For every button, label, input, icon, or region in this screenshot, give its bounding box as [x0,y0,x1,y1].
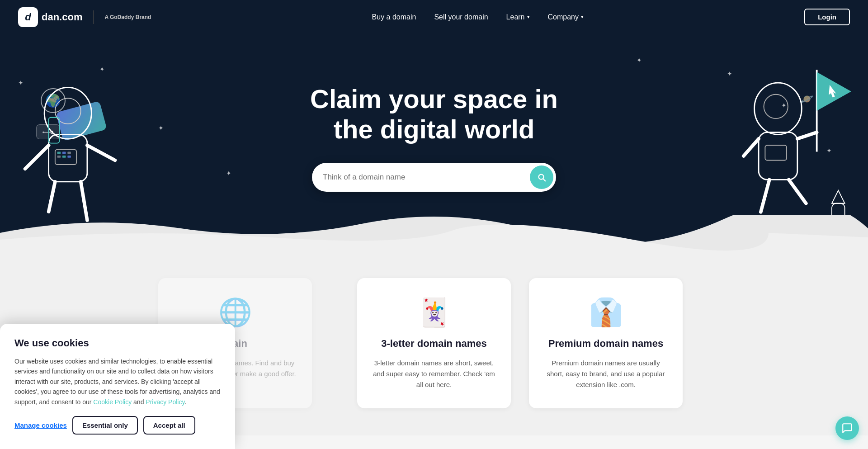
hero-title: Claim your space in the digital world [310,84,558,144]
logo-text: dan.com [42,11,82,23]
feature-icon-2: 👔 [542,296,669,328]
svg-point-0 [44,87,91,139]
essential-only-button[interactable]: Essential only [72,416,138,435]
feature-card-1: 🃏 3-letter domain names 3-letter domain … [357,278,511,408]
svg-rect-25 [765,145,787,160]
nav-company[interactable]: Company ▾ [548,13,584,21]
search-bar [312,163,556,192]
svg-rect-12 [57,156,61,158]
chat-icon [841,422,853,434]
privacy-policy-link[interactable]: Privacy Policy [146,398,184,406]
svg-rect-14 [67,156,71,158]
feature-desc-1: 3-letter domain names are short, sweet, … [371,358,497,390]
svg-line-5 [25,145,49,169]
godaddy-brand: A GoDaddy Brand [104,14,151,20]
learn-chevron-icon: ▾ [527,14,530,20]
svg-rect-10 [62,152,66,154]
logo-divider [93,10,94,24]
star-deco-2: ✦ [99,66,105,73]
svg-line-21 [797,132,817,139]
search-input[interactable] [323,173,530,182]
feature-title-2: Premium domain names [542,337,669,350]
svg-rect-2 [49,135,87,182]
svg-line-6 [87,145,115,160]
svg-rect-20 [759,132,797,180]
dan-logo[interactable]: d dan.com [18,7,82,27]
astronaut-left [9,75,131,237]
svg-line-24 [789,180,806,203]
hero-section: ✦ ✦ ✦ ✦ ✦ ✦ ✦ ✦ 🌍 🪐 ⟵→↺ [0,34,868,251]
feature-card-2: 👔 Premium domain names Premium domain na… [529,278,683,408]
star-deco-3: ✦ [158,124,164,132]
login-button[interactable]: Login [804,9,850,25]
svg-point-18 [755,83,802,134]
cookie-buttons: Manage cookies Essential only Accept all [14,416,221,435]
cookie-policy-link[interactable]: Cookie Policy [93,398,132,406]
svg-line-22 [744,139,759,156]
svg-marker-27 [832,190,845,203]
company-chevron-icon: ▾ [581,14,584,20]
svg-line-23 [761,180,769,212]
nav-buy-domain[interactable]: Buy a domain [372,13,416,21]
cookie-banner: We use cookies Our website uses cookies … [0,324,235,435]
svg-rect-11 [67,152,71,154]
nav-left: d dan.com A GoDaddy Brand [18,7,151,27]
feature-title-1: 3-letter domain names [371,337,497,350]
hero-ground [0,215,868,251]
svg-line-3 [49,182,55,212]
search-button[interactable] [530,165,553,189]
feature-desc-2: Premium domain names are usually short, … [542,358,669,390]
nav-learn[interactable]: Learn ▾ [506,13,530,21]
cookie-text: Our website uses cookies and similar tec… [14,356,221,407]
navbar: d dan.com A GoDaddy Brand Buy a domain S… [0,0,868,34]
search-icon [537,172,547,182]
star-deco-7: ✦ [226,170,231,177]
svg-rect-13 [62,156,66,158]
cookie-title: We use cookies [14,337,221,349]
svg-rect-9 [57,152,61,154]
svg-point-19 [764,95,788,118]
logo-icon: d [18,7,38,27]
nav-center: Buy a domain Sell your domain Learn ▾ Co… [372,13,584,21]
nav-sell-domain[interactable]: Sell your domain [434,13,488,21]
feature-icon-1: 🃏 [371,296,497,328]
manage-cookies-button[interactable]: Manage cookies [14,421,67,429]
star-deco-8: ✦ [637,57,642,64]
accept-all-button[interactable]: Accept all [143,416,195,435]
